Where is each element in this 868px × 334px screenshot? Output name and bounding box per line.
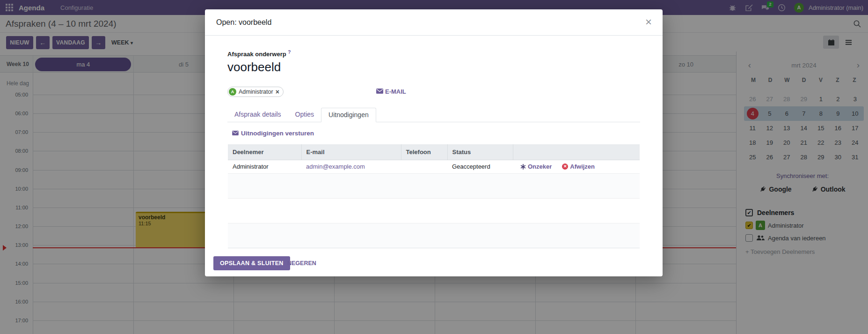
attendee-tag-label: Administrator	[239, 89, 273, 95]
empty-table-row	[228, 223, 640, 248]
asterisk-icon	[520, 164, 526, 170]
dialog-tabs: Afspraak detailsOptiesUitnodigingen	[227, 108, 640, 122]
empty-cell	[513, 223, 640, 248]
attendee-email-link[interactable]: admin@example.com	[306, 163, 365, 170]
help-icon[interactable]: ?	[288, 50, 291, 55]
send-invitations-button[interactable]: Uitnodigingen versturen	[232, 130, 314, 137]
table-header-actions	[513, 144, 640, 160]
envelope-icon	[232, 130, 239, 137]
table-header-E-mail: E-mail	[301, 144, 401, 160]
attendee-name: Administrator	[228, 160, 301, 173]
attendee-actions-cell: Onzeker✕Afwijzen	[513, 160, 640, 173]
action-label: Afwijzen	[570, 163, 595, 170]
empty-cell	[447, 173, 513, 198]
empty-cell	[513, 198, 640, 223]
subject-input[interactable]	[227, 60, 489, 74]
attendees-table: DeelnemerE-mailTelefoonStatus Administra…	[228, 144, 640, 248]
table-header-Status: Status	[447, 144, 513, 160]
empty-cell	[401, 198, 447, 223]
remove-tag-icon[interactable]: ×	[276, 89, 279, 95]
table-header-Deelnemer: Deelnemer	[228, 144, 301, 160]
empty-cell	[228, 223, 301, 248]
event-dialog: Open: voorbeeld × Afspraak onderwerp ? A…	[205, 9, 663, 276]
discard-button[interactable]: NEGEREN	[287, 256, 316, 270]
attendee-tag[interactable]: A Administrator ×	[227, 87, 284, 97]
empty-cell	[301, 173, 401, 198]
envelope-icon	[376, 88, 383, 95]
dialog-footer: OPSLAAN & SLUITEN NEGEREN	[205, 250, 663, 276]
attendee-email-cell: admin@example.com	[301, 160, 401, 173]
dialog-title: Open: voorbeeld	[216, 9, 271, 36]
empty-cell	[228, 198, 301, 223]
attendee-phone	[401, 160, 447, 173]
empty-cell	[447, 198, 513, 223]
subject-label: Afspraak onderwerp ?	[227, 50, 291, 58]
table-header-Telefoon: Telefoon	[401, 144, 447, 160]
tab-uitnodigingen[interactable]: Uitnodigingen	[321, 108, 376, 122]
app-root: Agenda Configuratie 2 A Administrator (m…	[0, 0, 868, 334]
empty-cell	[401, 223, 447, 248]
empty-cell	[301, 198, 401, 223]
attendee-row: Administratoradmin@example.comGeacceptee…	[228, 160, 640, 173]
reject-circle-icon: ✕	[562, 163, 568, 170]
afwijzen-button[interactable]: ✕Afwijzen	[562, 163, 595, 170]
save-close-button[interactable]: OPSLAAN & SLUITEN	[213, 256, 290, 270]
attendee-actions: Onzeker✕Afwijzen	[518, 163, 635, 170]
onzeker-button[interactable]: Onzeker	[520, 163, 552, 170]
empty-cell	[228, 173, 301, 198]
empty-cell	[301, 223, 401, 248]
tab-opties[interactable]: Opties	[288, 108, 321, 122]
attendee-status: Geaccepteerd	[447, 160, 513, 173]
empty-table-row	[228, 198, 640, 223]
tab-afspraak-details[interactable]: Afspraak details	[227, 108, 288, 122]
empty-cell	[401, 173, 447, 198]
attendee-avatar: A	[229, 88, 236, 96]
empty-cell	[447, 223, 513, 248]
empty-cell	[513, 173, 640, 198]
action-label: Onzeker	[528, 163, 552, 170]
close-icon[interactable]: ×	[642, 15, 655, 29]
email-button[interactable]: E-MAIL	[376, 88, 406, 95]
dialog-header: Open: voorbeeld ×	[205, 9, 663, 36]
empty-table-row	[228, 173, 640, 198]
